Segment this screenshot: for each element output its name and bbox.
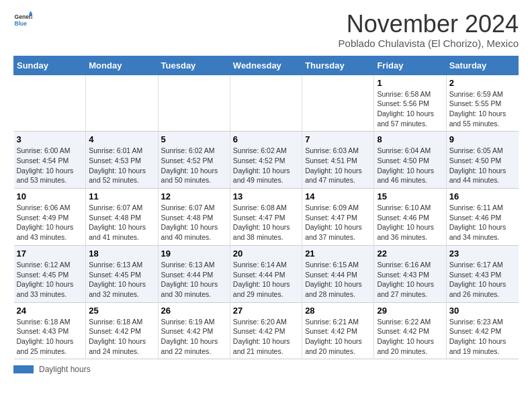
calendar-cell: 11Sunrise: 6:07 AM Sunset: 4:48 PM Dayli… bbox=[86, 189, 158, 246]
day-number: 21 bbox=[305, 248, 371, 259]
day-number: 12 bbox=[161, 191, 227, 201]
day-info: Sunrise: 6:18 AM Sunset: 4:42 PM Dayligh… bbox=[89, 317, 154, 357]
daylight-bar-icon bbox=[13, 365, 34, 373]
month-title: November 2024 bbox=[339, 11, 519, 38]
day-info: Sunrise: 6:58 AM Sunset: 5:56 PM Dayligh… bbox=[377, 89, 443, 129]
calendar-cell bbox=[158, 75, 230, 132]
day-info: Sunrise: 6:17 AM Sunset: 4:43 PM Dayligh… bbox=[449, 260, 516, 300]
calendar-week-row: 3Sunrise: 6:00 AM Sunset: 4:54 PM Daylig… bbox=[14, 132, 519, 189]
day-number: 28 bbox=[305, 306, 371, 316]
calendar-cell: 1Sunrise: 6:58 AM Sunset: 5:56 PM Daylig… bbox=[374, 75, 446, 132]
title-section: November 2024 Poblado Chulavista (El Cho… bbox=[339, 11, 519, 49]
weekday-header-row: SundayMondayTuesdayWednesdayThursdayFrid… bbox=[14, 56, 519, 75]
day-number: 25 bbox=[89, 306, 154, 316]
svg-marker-3 bbox=[29, 14, 32, 16]
calendar-cell: 24Sunrise: 6:18 AM Sunset: 4:43 PM Dayli… bbox=[14, 302, 86, 359]
day-info: Sunrise: 6:10 AM Sunset: 4:46 PM Dayligh… bbox=[377, 203, 443, 242]
day-info: Sunrise: 6:22 AM Sunset: 4:42 PM Dayligh… bbox=[377, 317, 443, 357]
day-number: 1 bbox=[377, 78, 443, 88]
day-info: Sunrise: 6:02 AM Sunset: 4:52 PM Dayligh… bbox=[161, 146, 227, 185]
day-info: Sunrise: 6:00 AM Sunset: 4:54 PM Dayligh… bbox=[17, 146, 83, 185]
day-number: 17 bbox=[17, 248, 83, 259]
calendar-cell: 20Sunrise: 6:14 AM Sunset: 4:44 PM Dayli… bbox=[230, 245, 302, 302]
svg-marker-2 bbox=[29, 11, 32, 14]
day-info: Sunrise: 6:11 AM Sunset: 4:46 PM Dayligh… bbox=[449, 203, 516, 242]
weekday-header-monday: Monday bbox=[86, 56, 158, 75]
day-info: Sunrise: 6:13 AM Sunset: 4:45 PM Dayligh… bbox=[89, 260, 154, 300]
calendar-cell: 22Sunrise: 6:16 AM Sunset: 4:43 PM Dayli… bbox=[374, 245, 446, 302]
calendar-cell: 4Sunrise: 6:01 AM Sunset: 4:53 PM Daylig… bbox=[86, 132, 158, 189]
day-info: Sunrise: 6:20 AM Sunset: 4:42 PM Dayligh… bbox=[233, 317, 299, 357]
calendar-cell: 18Sunrise: 6:13 AM Sunset: 4:45 PM Dayli… bbox=[86, 245, 158, 302]
day-number: 2 bbox=[449, 78, 516, 88]
day-number: 26 bbox=[161, 306, 227, 316]
svg-text:Blue: Blue bbox=[15, 20, 28, 27]
day-number: 16 bbox=[449, 191, 516, 201]
day-info: Sunrise: 6:02 AM Sunset: 4:52 PM Dayligh… bbox=[233, 146, 299, 185]
weekday-header-tuesday: Tuesday bbox=[158, 56, 230, 75]
calendar-cell: 8Sunrise: 6:04 AM Sunset: 4:50 PM Daylig… bbox=[374, 132, 446, 189]
day-number: 5 bbox=[161, 134, 227, 144]
footer: Daylight hours bbox=[13, 365, 519, 374]
calendar-cell: 9Sunrise: 6:05 AM Sunset: 4:50 PM Daylig… bbox=[446, 132, 518, 189]
calendar-cell: 25Sunrise: 6:18 AM Sunset: 4:42 PM Dayli… bbox=[86, 302, 158, 359]
day-number: 19 bbox=[161, 248, 227, 259]
day-number: 4 bbox=[89, 134, 154, 144]
calendar-cell: 16Sunrise: 6:11 AM Sunset: 4:46 PM Dayli… bbox=[446, 189, 518, 246]
calendar-table: SundayMondayTuesdayWednesdayThursdayFrid… bbox=[13, 56, 519, 360]
subtitle: Poblado Chulavista (El Chorizo), Mexico bbox=[339, 38, 519, 49]
day-number: 27 bbox=[233, 306, 299, 316]
calendar-cell: 27Sunrise: 6:20 AM Sunset: 4:42 PM Dayli… bbox=[230, 302, 302, 359]
day-number: 22 bbox=[377, 248, 443, 259]
day-info: Sunrise: 6:08 AM Sunset: 4:47 PM Dayligh… bbox=[233, 203, 299, 242]
day-info: Sunrise: 6:13 AM Sunset: 4:44 PM Dayligh… bbox=[161, 260, 227, 300]
calendar-cell: 7Sunrise: 6:03 AM Sunset: 4:51 PM Daylig… bbox=[302, 132, 374, 189]
calendar-cell: 6Sunrise: 6:02 AM Sunset: 4:52 PM Daylig… bbox=[230, 132, 302, 189]
day-number: 11 bbox=[89, 191, 154, 201]
day-info: Sunrise: 6:12 AM Sunset: 4:45 PM Dayligh… bbox=[17, 260, 83, 300]
day-info: Sunrise: 6:04 AM Sunset: 4:50 PM Dayligh… bbox=[377, 146, 443, 185]
logo: General Blue bbox=[13, 11, 32, 30]
day-info: Sunrise: 6:21 AM Sunset: 4:42 PM Dayligh… bbox=[305, 317, 371, 357]
day-info: Sunrise: 6:07 AM Sunset: 4:48 PM Dayligh… bbox=[89, 203, 154, 242]
day-info: Sunrise: 6:18 AM Sunset: 4:43 PM Dayligh… bbox=[17, 317, 83, 357]
weekday-header-sunday: Sunday bbox=[14, 56, 86, 75]
logo-icon: General Blue bbox=[13, 11, 32, 30]
day-info: Sunrise: 6:14 AM Sunset: 4:44 PM Dayligh… bbox=[233, 260, 299, 300]
weekday-header-wednesday: Wednesday bbox=[230, 56, 302, 75]
day-info: Sunrise: 6:05 AM Sunset: 4:50 PM Dayligh… bbox=[449, 146, 516, 185]
weekday-header-saturday: Saturday bbox=[446, 56, 518, 75]
day-number: 6 bbox=[233, 134, 299, 144]
daylight-label: Daylight hours bbox=[39, 365, 91, 374]
calendar-cell bbox=[86, 75, 158, 132]
calendar-cell: 14Sunrise: 6:09 AM Sunset: 4:47 PM Dayli… bbox=[302, 189, 374, 246]
day-info: Sunrise: 6:19 AM Sunset: 4:42 PM Dayligh… bbox=[161, 317, 227, 357]
calendar-cell: 5Sunrise: 6:02 AM Sunset: 4:52 PM Daylig… bbox=[158, 132, 230, 189]
weekday-header-thursday: Thursday bbox=[302, 56, 374, 75]
day-number: 8 bbox=[377, 134, 443, 144]
day-info: Sunrise: 6:07 AM Sunset: 4:48 PM Dayligh… bbox=[161, 203, 227, 242]
calendar-cell bbox=[14, 75, 86, 132]
day-info: Sunrise: 6:03 AM Sunset: 4:51 PM Dayligh… bbox=[305, 146, 371, 185]
day-number: 29 bbox=[377, 306, 443, 316]
day-info: Sunrise: 6:06 AM Sunset: 4:49 PM Dayligh… bbox=[17, 203, 83, 242]
calendar-cell: 10Sunrise: 6:06 AM Sunset: 4:49 PM Dayli… bbox=[14, 189, 86, 246]
calendar-cell bbox=[302, 75, 374, 132]
day-info: Sunrise: 6:09 AM Sunset: 4:47 PM Dayligh… bbox=[305, 203, 371, 242]
day-number: 14 bbox=[305, 191, 371, 201]
weekday-header-friday: Friday bbox=[374, 56, 446, 75]
day-number: 18 bbox=[89, 248, 154, 259]
calendar-week-row: 17Sunrise: 6:12 AM Sunset: 4:45 PM Dayli… bbox=[14, 245, 519, 302]
day-number: 30 bbox=[449, 306, 516, 316]
day-info: Sunrise: 6:23 AM Sunset: 4:42 PM Dayligh… bbox=[449, 317, 516, 357]
calendar-cell: 30Sunrise: 6:23 AM Sunset: 4:42 PM Dayli… bbox=[446, 302, 518, 359]
calendar-cell: 21Sunrise: 6:15 AM Sunset: 4:44 PM Dayli… bbox=[302, 245, 374, 302]
day-number: 10 bbox=[17, 191, 83, 201]
day-number: 23 bbox=[449, 248, 516, 259]
calendar-cell: 23Sunrise: 6:17 AM Sunset: 4:43 PM Dayli… bbox=[446, 245, 518, 302]
calendar-cell: 2Sunrise: 6:59 AM Sunset: 5:55 PM Daylig… bbox=[446, 75, 518, 132]
day-info: Sunrise: 6:15 AM Sunset: 4:44 PM Dayligh… bbox=[305, 260, 371, 300]
day-info: Sunrise: 6:59 AM Sunset: 5:55 PM Dayligh… bbox=[449, 89, 516, 129]
day-number: 3 bbox=[17, 134, 83, 144]
day-number: 13 bbox=[233, 191, 299, 201]
